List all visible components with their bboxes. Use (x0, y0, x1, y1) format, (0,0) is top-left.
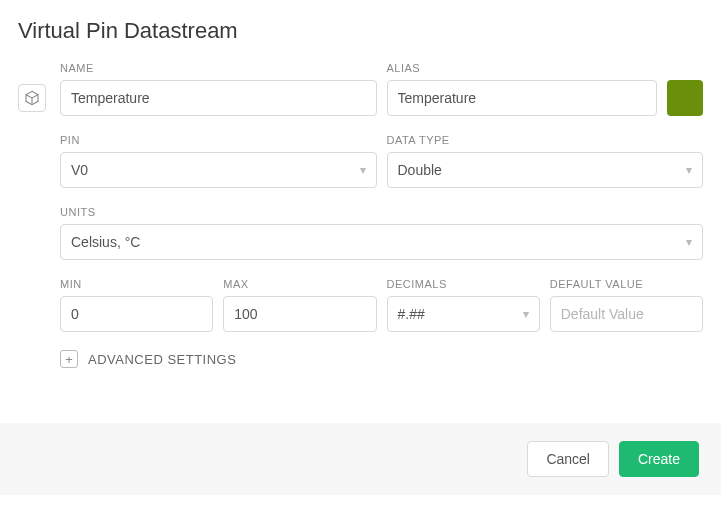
create-button[interactable]: Create (619, 441, 699, 477)
name-label: NAME (60, 62, 377, 74)
max-input[interactable] (223, 296, 376, 332)
advanced-settings-toggle[interactable]: + ADVANCED SETTINGS (60, 350, 703, 368)
units-value: Celsius, °C (71, 234, 140, 250)
pin-value: V0 (71, 162, 88, 178)
chevron-down-icon: ▾ (686, 235, 692, 249)
cube-icon (24, 90, 40, 106)
advanced-settings-label: ADVANCED SETTINGS (88, 352, 236, 367)
alias-input[interactable] (387, 80, 658, 116)
datatype-value: Double (398, 162, 442, 178)
cancel-button[interactable]: Cancel (527, 441, 609, 477)
pin-label: PIN (60, 134, 377, 146)
footer-bar: Cancel Create (0, 423, 721, 495)
alias-label: ALIAS (387, 62, 704, 74)
units-select[interactable]: Celsius, °C ▾ (60, 224, 703, 260)
min-label: MIN (60, 278, 213, 290)
plus-icon: + (60, 350, 78, 368)
name-input[interactable] (60, 80, 377, 116)
chevron-down-icon: ▾ (686, 163, 692, 177)
max-label: MAX (223, 278, 376, 290)
decimals-value: #.## (398, 306, 425, 322)
page-title: Virtual Pin Datastream (18, 18, 703, 44)
default-label: DEFAULT VALUE (550, 278, 703, 290)
datastream-icon-box[interactable] (18, 84, 46, 112)
chevron-down-icon: ▾ (523, 307, 529, 321)
decimals-select[interactable]: #.## ▾ (387, 296, 540, 332)
datatype-label: DATA TYPE (387, 134, 704, 146)
default-input[interactable] (550, 296, 703, 332)
min-input[interactable] (60, 296, 213, 332)
color-swatch[interactable] (667, 80, 703, 116)
datatype-select[interactable]: Double ▾ (387, 152, 704, 188)
units-label: UNITS (60, 206, 703, 218)
pin-select[interactable]: V0 ▾ (60, 152, 377, 188)
chevron-down-icon: ▾ (360, 163, 366, 177)
decimals-label: DECIMALS (387, 278, 540, 290)
